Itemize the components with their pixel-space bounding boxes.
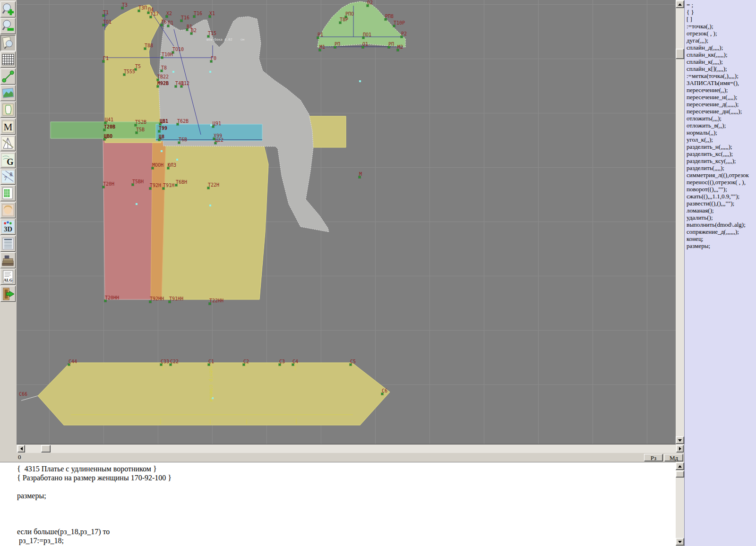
measure-numbers-icon[interactable]: 78	[0, 169, 16, 185]
algorithm-editor[interactable]: { 4315 Платье с удлиненным воротником }{…	[0, 462, 676, 546]
code-line[interactable]: { Разработано на размер женщины 170-92-1…	[17, 474, 676, 483]
scroll-up-button[interactable]	[676, 462, 684, 470]
command-item[interactable]: отложить_в(,,);	[687, 122, 756, 129]
scroll-down-button[interactable]	[676, 538, 684, 546]
segment-tool-icon[interactable]	[0, 68, 16, 85]
command-item[interactable]: пересечение(,,);	[687, 86, 756, 94]
point-marker	[167, 25, 169, 27]
canvas-hscrollbar[interactable]	[17, 444, 684, 453]
md-model-button[interactable]: Мд	[664, 454, 683, 461]
command-item[interactable]: ломаная();	[687, 207, 756, 214]
image-view-icon[interactable]	[0, 85, 16, 101]
command-item[interactable]: пересечение_дн(,,,,,);	[687, 108, 756, 115]
command-item[interactable]: разделить(,,,,);	[687, 164, 756, 171]
vscroll-thumb[interactable]	[676, 49, 684, 59]
command-item[interactable]: разделить_н(,,,,,);	[687, 143, 756, 150]
portrait-icon[interactable]	[0, 202, 16, 218]
pattern-sketch-icon[interactable]	[0, 102, 16, 118]
annotation-text: шов бока 4.02 см	[206, 38, 244, 42]
point-marker	[103, 24, 104, 26]
scroll-right-button[interactable]	[676, 445, 684, 452]
library-books-icon[interactable]	[0, 252, 16, 268]
zoom-out-icon[interactable]	[0, 18, 16, 34]
scroll-left-button[interactable]	[17, 445, 25, 452]
rz-sizes-button[interactable]: Рз	[644, 454, 663, 461]
drawing-canvas[interactable]: Т3Т1ТО1Т3ПП4Т17Х2Т6П1Т16Т16Х1В1В2Т15Т88Т…	[17, 0, 676, 444]
command-item[interactable]: конец;	[687, 235, 756, 242]
command-item[interactable]: угол_к(,,);	[687, 136, 756, 143]
command-item[interactable]: { }	[687, 9, 756, 16]
code-line[interactable]	[17, 483, 676, 492]
algorithm-doc-icon[interactable]: ALG	[0, 269, 16, 285]
command-item[interactable]: пересечение_н(,,,,);	[687, 94, 756, 101]
point-marker	[136, 132, 137, 134]
code-line[interactable]: рз_17:=рз_18;	[17, 537, 676, 546]
svg-text:ALG: ALG	[4, 278, 13, 282]
command-item[interactable]: перенос((),отрезок( , ),	[687, 179, 756, 186]
exit-icon[interactable]	[0, 286, 16, 302]
model-m-icon[interactable]: M	[0, 119, 16, 135]
point-marker	[178, 142, 180, 144]
scroll-up-button[interactable]	[676, 0, 684, 8]
hscroll-thumb[interactable]	[41, 445, 51, 452]
drafting-tools-icon[interactable]	[0, 135, 16, 151]
code-line[interactable]	[17, 501, 676, 510]
command-item[interactable]: :=точка(,);	[687, 23, 756, 30]
command-item[interactable]: размеры;	[687, 242, 756, 249]
command-item[interactable]: сжать((),,,1.1,0.9,"");	[687, 193, 756, 200]
point-marker	[163, 188, 164, 189]
code-line[interactable]: размеры;	[17, 492, 676, 501]
code-line[interactable]	[17, 519, 676, 528]
command-item[interactable]: = ;	[687, 1, 756, 9]
command-item[interactable]: отрезок( , );	[687, 30, 756, 37]
3d-view-icon[interactable]: 3D	[0, 219, 16, 235]
arrow-left-icon	[20, 447, 23, 451]
command-item[interactable]: разделить_кс(,,,,);	[687, 150, 756, 157]
command-item[interactable]: сплайн_к(,,,,);	[687, 58, 756, 65]
canvas-vscrollbar[interactable]	[676, 0, 684, 444]
point-marker	[243, 364, 245, 366]
pattern-piece-belt-teal[interactable]	[156, 124, 262, 141]
editor-vscrollbar[interactable]	[676, 462, 684, 546]
command-item[interactable]: удалить();	[687, 214, 756, 221]
point-marker	[180, 20, 182, 22]
g-plot-icon[interactable]: G	[0, 152, 16, 168]
point-marker	[103, 60, 104, 62]
command-item[interactable]: ЗАПИСАТЬ(имя=(),	[687, 79, 756, 86]
command-item[interactable]: симметрия_л((),отрезок	[687, 171, 756, 179]
pattern-piece-sleeve-cap-green[interactable]	[318, 1, 405, 47]
command-item[interactable]: выполнить(dmod\.alg);	[687, 221, 756, 228]
point-label: Т5ВН	[132, 179, 144, 184]
command-item[interactable]: сплайн_к[](,,,,);	[687, 65, 756, 72]
command-item[interactable]: :=метка(точка(,),,,,);	[687, 72, 756, 79]
command-item[interactable]: сплайн_кк(,,,,,);	[687, 51, 756, 58]
command-item[interactable]: сопряжение_д(,,,,,,);	[687, 228, 756, 235]
grid-icon[interactable]	[0, 51, 16, 68]
zoom-in-icon[interactable]	[0, 1, 16, 17]
point-marker	[207, 187, 209, 189]
status-value: 0	[18, 453, 21, 461]
command-item[interactable]: нормаль(,,);	[687, 129, 756, 136]
command-item[interactable]: дуга(,,,);	[687, 37, 756, 44]
point-label: С66	[19, 392, 27, 397]
scroll-down-button[interactable]	[676, 436, 684, 444]
size-table-icon[interactable]	[0, 185, 16, 201]
command-item[interactable]: отложить(,,,);	[687, 115, 756, 122]
command-item[interactable]: сплайн_д(,,,,);	[687, 44, 756, 51]
snap-point	[359, 80, 361, 82]
command-item[interactable]: развести((),(),,,"");	[687, 200, 756, 207]
editor-vscroll-thumb[interactable]	[676, 471, 684, 478]
point-marker	[212, 126, 214, 128]
point-marker	[159, 123, 161, 125]
command-item[interactable]: пересечение_д(,,,,,);	[687, 101, 756, 108]
code-line[interactable]: если больше(рз_18,рз_17) то	[17, 528, 676, 537]
command-item[interactable]: [ ]	[687, 16, 756, 23]
code-line[interactable]	[17, 510, 676, 519]
arrow-up-icon	[678, 465, 682, 468]
command-item[interactable]: поворот((),,,"");	[687, 186, 756, 193]
code-line[interactable]: { 4315 Платье с удлиненным воротником }	[17, 465, 676, 474]
text-list-icon[interactable]	[0, 236, 16, 252]
svg-text:M: M	[4, 121, 13, 133]
command-item[interactable]: разделить_ксу(,,,,);	[687, 157, 756, 164]
preview-page-icon[interactable]	[0, 35, 16, 51]
